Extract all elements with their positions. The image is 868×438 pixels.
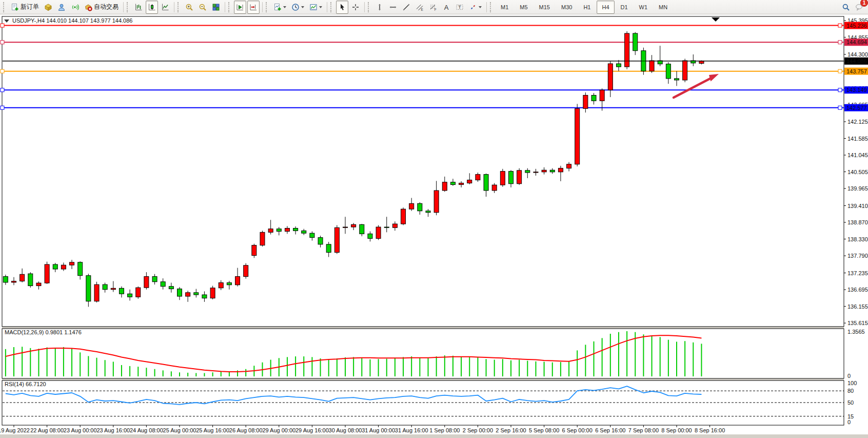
svg-text:143.757: 143.757 xyxy=(846,68,867,74)
equidistant-channel-icon: E xyxy=(416,3,424,11)
svg-text:143.149: 143.149 xyxy=(846,87,867,93)
svg-text:23 Aug 00:00: 23 Aug 00:00 xyxy=(64,427,97,433)
auto-scroll-button[interactable] xyxy=(234,1,246,14)
price-badge-144.086: 144.086 xyxy=(844,58,868,65)
indicators-button[interactable] xyxy=(271,1,288,14)
svg-text:141.585: 141.585 xyxy=(847,136,868,142)
price-badge-145.236: 145.236 xyxy=(844,22,868,29)
svg-text:145.236: 145.236 xyxy=(846,23,867,29)
svg-text:142.577: 142.577 xyxy=(846,105,867,111)
dropdown-caret-icon[interactable] xyxy=(301,6,304,8)
horizontal-line-icon xyxy=(389,3,397,11)
toolbar-separator xyxy=(225,2,225,12)
toolbar-grip[interactable] xyxy=(3,2,6,12)
period-button-m30[interactable]: M30 xyxy=(556,1,577,14)
tile-windows-icon xyxy=(212,3,220,11)
auto-trading-button[interactable]: 自动交易 xyxy=(82,1,121,14)
toolbar-grip[interactable] xyxy=(490,2,492,12)
toolbar-grip[interactable] xyxy=(266,2,268,12)
vertical-line-tool[interactable] xyxy=(373,1,386,14)
toolbar-grip[interactable] xyxy=(177,2,180,12)
toolbar-grip[interactable] xyxy=(228,2,231,12)
macd-label: MACD(12,26,9) 0.9801 1.1476 xyxy=(5,329,82,335)
profile-button[interactable] xyxy=(55,1,68,14)
svg-text:50: 50 xyxy=(847,399,854,406)
svg-text:2 Sep 16:00: 2 Sep 16:00 xyxy=(496,427,526,433)
period-button-w1[interactable]: W1 xyxy=(634,1,653,14)
svg-text:F: F xyxy=(435,7,437,11)
svg-text:25 Aug 16:00: 25 Aug 16:00 xyxy=(196,427,229,433)
cursor-tool-button[interactable] xyxy=(336,1,348,14)
signal-icon xyxy=(71,3,79,11)
svg-text:0: 0 xyxy=(847,373,851,379)
zoom-in-button[interactable] xyxy=(183,1,195,14)
svg-text:A: A xyxy=(444,3,449,11)
svg-text:24 Aug 08:00: 24 Aug 08:00 xyxy=(130,427,163,433)
autotrade-icon xyxy=(84,3,92,11)
period-button-m5[interactable]: M5 xyxy=(515,1,532,14)
period-button-mn[interactable]: MN xyxy=(654,1,673,14)
tile-windows-button[interactable] xyxy=(210,1,222,14)
dropdown-caret-icon[interactable] xyxy=(283,6,286,8)
chart-symbol-title: USDJPY-,H4 144.010 144.107 143.977 144.0… xyxy=(12,17,132,24)
svg-text:25 Aug 00:00: 25 Aug 00:00 xyxy=(163,427,196,433)
price-badge-144.694: 144.694 xyxy=(844,39,868,46)
chat-button[interactable]: 1 xyxy=(853,1,865,14)
text-tool[interactable]: A xyxy=(440,1,452,14)
svg-text:6 Sep 00:00: 6 Sep 00:00 xyxy=(562,427,593,433)
text-label-tool[interactable]: T xyxy=(453,1,466,14)
signals-button[interactable] xyxy=(69,1,81,14)
market-watch-button[interactable] xyxy=(42,1,54,14)
trendline-tool[interactable] xyxy=(400,1,412,14)
svg-text:6 Sep 16:00: 6 Sep 16:00 xyxy=(595,427,625,433)
svg-text:5 Sep 08:00: 5 Sep 08:00 xyxy=(529,427,559,433)
chart-shift-button[interactable] xyxy=(247,1,260,14)
period-button-h4[interactable]: H4 xyxy=(597,1,614,14)
svg-text:29 Aug 16:00: 29 Aug 16:00 xyxy=(295,427,329,433)
bar-chart-button[interactable] xyxy=(132,1,145,14)
horizontal-line-tool[interactable] xyxy=(387,1,399,14)
toolbar: 新订单自动交易EFATM1M5M15M30H1H4D1W1MN1 xyxy=(0,0,868,14)
period-button-m15[interactable]: M15 xyxy=(534,1,555,14)
period-button-d1[interactable]: D1 xyxy=(616,1,633,14)
toolbar-grip[interactable] xyxy=(330,2,333,12)
templates-icon xyxy=(309,3,318,11)
crosshair-tool-button[interactable] xyxy=(349,1,362,14)
candlestick-chart-button[interactable] xyxy=(146,1,158,14)
templates-button[interactable] xyxy=(307,1,324,14)
periods-button[interactable] xyxy=(289,1,306,14)
svg-text:142.125: 142.125 xyxy=(847,119,868,125)
profile-icon xyxy=(57,3,66,11)
svg-text:136.695: 136.695 xyxy=(847,287,868,293)
toolbar-grip[interactable] xyxy=(127,2,129,12)
svg-text:8 Sep 00:00: 8 Sep 00:00 xyxy=(661,427,692,433)
fibonacci-tool[interactable]: F xyxy=(427,1,439,14)
svg-text:0: 0 xyxy=(847,419,851,425)
auto-trading-button-label: 自动交易 xyxy=(94,3,119,11)
new-order-icon xyxy=(11,3,19,11)
svg-text:138.330: 138.330 xyxy=(847,236,868,242)
svg-text:19 Aug 2022: 19 Aug 2022 xyxy=(0,427,30,433)
chart-canvas[interactable]: 145.395144.855144.300143.760143.205142.6… xyxy=(0,14,868,438)
dropdown-caret-icon[interactable] xyxy=(319,6,322,8)
mt4-window: 新订单自动交易EFATM1M5M15M30H1H4D1W1MN1 145.395… xyxy=(0,0,868,438)
line-chart-button[interactable] xyxy=(159,1,171,14)
rsi-label: RSI(14) 66.7120 xyxy=(5,381,46,387)
period-button-h1[interactable]: H1 xyxy=(578,1,596,14)
indicators-icon xyxy=(273,3,282,11)
svg-text:139.410: 139.410 xyxy=(847,203,868,209)
periods-icon xyxy=(291,3,300,11)
text-label-icon: T xyxy=(456,3,464,11)
toolbar-separator xyxy=(486,2,487,12)
price-badge-143.149: 143.149 xyxy=(844,86,868,93)
arrows-tool[interactable] xyxy=(467,1,484,14)
search-button[interactable] xyxy=(840,1,852,14)
new-order-button[interactable]: 新订单 xyxy=(9,1,41,14)
channel-tool[interactable]: E xyxy=(413,1,426,14)
period-button-m1[interactable]: M1 xyxy=(496,1,514,14)
toolbar-grip[interactable] xyxy=(368,2,370,12)
dropdown-caret-icon[interactable] xyxy=(479,6,482,8)
zoom-out-button[interactable] xyxy=(196,1,209,14)
svg-text:1 Sep 08:00: 1 Sep 08:00 xyxy=(429,427,460,433)
svg-text:8 Sep 16:00: 8 Sep 16:00 xyxy=(695,427,725,433)
